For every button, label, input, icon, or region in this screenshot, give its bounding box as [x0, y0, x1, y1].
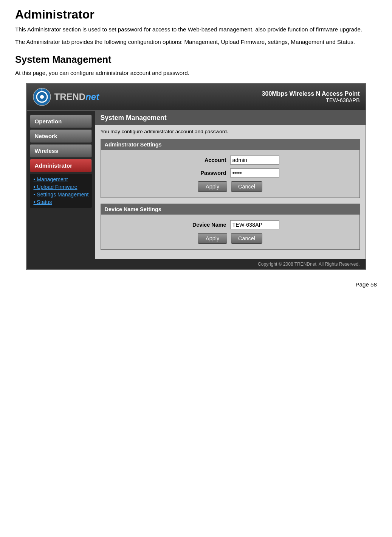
password-label: Password: [181, 170, 226, 176]
device-settings-box: Device Name Settings Device Name Apply C…: [101, 204, 360, 250]
intro-text-2: The Administrator tab provides the follo…: [15, 38, 377, 47]
sidebar-item-upload-firmware[interactable]: • Upload Firmware: [34, 183, 90, 191]
logo-text: TRENDnet: [54, 92, 99, 102]
sidebar-btn-operation[interactable]: Operation: [30, 115, 92, 128]
admin-settings-body: Account Password Apply Cancel: [101, 150, 359, 198]
logo-net: net: [85, 92, 99, 102]
admin-buttons: Apply Cancel: [108, 181, 352, 192]
sidebar-item-settings-management[interactable]: • Settings Management: [34, 191, 90, 198]
router-body: Operation Network Wireless Administrator…: [27, 111, 366, 259]
sidebar-submenu: • Management • Upload Firmware • Setting…: [30, 174, 92, 208]
page-number: Page 58: [15, 281, 377, 288]
logo-trend: TREND: [54, 92, 86, 102]
content-area: System Management You may configure admi…: [95, 111, 366, 259]
page-title: Administrator: [15, 8, 377, 22]
trendnet-logo-icon: [33, 87, 51, 106]
content-header: System Management: [95, 111, 366, 125]
account-row: Account: [108, 156, 352, 165]
content-desc-text: You may configure administrator account …: [101, 129, 360, 134]
admin-settings-title: Adminstrator Settings: [101, 139, 359, 150]
admin-settings-box: Adminstrator Settings Account Password A…: [101, 139, 360, 198]
device-buttons: Apply Cancel: [108, 233, 352, 244]
sidebar-btn-network[interactable]: Network: [30, 129, 92, 143]
device-name-input[interactable]: [230, 220, 279, 229]
device-settings-title: Device Name Settings: [101, 204, 359, 215]
section-title: System Management: [15, 54, 377, 65]
device-name-row: Device Name: [108, 220, 352, 229]
admin-apply-button[interactable]: Apply: [198, 181, 227, 192]
admin-cancel-button[interactable]: Cancel: [231, 181, 262, 192]
section-desc: At this page, you can configure administ…: [15, 69, 377, 78]
router-model: 300Mbps Wireless N Access Point TEW-638A…: [262, 90, 360, 103]
sidebar-btn-wireless[interactable]: Wireless: [30, 144, 92, 157]
sidebar: Operation Network Wireless Administrator…: [27, 111, 95, 259]
content-body: You may configure administrator account …: [95, 125, 366, 259]
sidebar-btn-administrator[interactable]: Administrator: [30, 159, 92, 172]
password-input[interactable]: [230, 168, 279, 177]
router-header: TRENDnet 300Mbps Wireless N Access Point…: [27, 84, 366, 111]
product-model: TEW-638APB: [262, 97, 360, 103]
account-input[interactable]: [230, 156, 279, 165]
intro-text-1: This Administrator section is used to se…: [15, 25, 377, 34]
router-frame: TRENDnet 300Mbps Wireless N Access Point…: [26, 83, 366, 270]
svg-point-2: [40, 95, 44, 99]
router-logo: TRENDnet: [33, 87, 99, 106]
device-name-label: Device Name: [181, 222, 226, 228]
device-cancel-button[interactable]: Cancel: [231, 233, 262, 244]
password-row: Password: [108, 168, 352, 177]
device-apply-button[interactable]: Apply: [198, 233, 227, 244]
sidebar-item-status[interactable]: • Status: [34, 198, 90, 206]
account-label: Account: [181, 157, 226, 163]
product-name: 300Mbps Wireless N Access Point: [262, 90, 360, 97]
sidebar-item-management[interactable]: • Management: [34, 176, 90, 183]
router-footer: Copyright © 2008 TRENDnet. All Rights Re…: [27, 259, 366, 269]
device-settings-body: Device Name Apply Cancel: [101, 215, 359, 249]
